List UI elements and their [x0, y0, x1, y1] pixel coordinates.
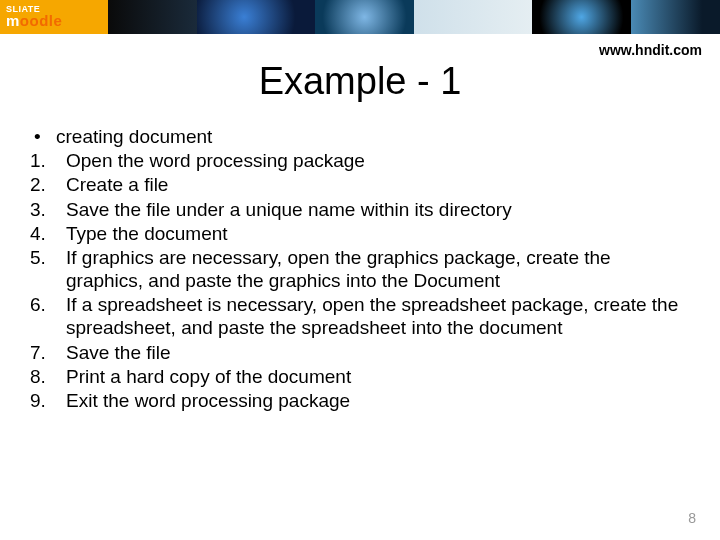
list-item: 9. Exit the word processing package	[28, 389, 692, 412]
list-item: 4. Type the document	[28, 222, 692, 245]
list-text: Save the file	[66, 341, 692, 364]
top-banner: SLIATE moodle	[0, 0, 720, 34]
logo-main-white: m	[6, 12, 20, 29]
list-item: 3. Save the file under a unique name wit…	[28, 198, 692, 221]
list-number: 8.	[28, 365, 66, 388]
banner-logo-text: SLIATE moodle	[6, 5, 62, 28]
banner-segment	[315, 0, 414, 34]
header-url: www.hndit.com	[599, 42, 702, 58]
list-number: 9.	[28, 389, 66, 412]
list-number: 6.	[28, 293, 66, 316]
list-item: 8. Print a hard copy of the document	[28, 365, 692, 388]
banner-segment	[197, 0, 315, 34]
list-number: 3.	[28, 198, 66, 221]
list-number: 2.	[28, 173, 66, 196]
list-number: 1.	[28, 149, 66, 172]
list-number: 5.	[28, 246, 66, 269]
list-text: If graphics are necessary, open the grap…	[66, 246, 692, 292]
slide: SLIATE moodle www.hndit.com Example - 1 …	[0, 0, 720, 540]
list-text: Type the document	[66, 222, 692, 245]
list-text: Open the word processing package	[66, 149, 692, 172]
list-number: 7.	[28, 341, 66, 364]
slide-title: Example - 1	[0, 60, 720, 103]
banner-segment	[414, 0, 532, 34]
bullet-marker: •	[28, 125, 56, 148]
list-text: Print a hard copy of the document	[66, 365, 692, 388]
page-number: 8	[688, 510, 696, 526]
banner-segment	[532, 0, 631, 34]
list-number: 4.	[28, 222, 66, 245]
banner-segment	[108, 0, 197, 34]
list-text: Exit the word processing package	[66, 389, 692, 412]
list-text: If a spreadsheet is necessary, open the …	[66, 293, 692, 339]
slide-content: • creating document 1. Open the word pro…	[0, 103, 720, 412]
list-item: 5. If graphics are necessary, open the g…	[28, 246, 692, 292]
list-text: Create a file	[66, 173, 692, 196]
banner-image-strip	[108, 0, 720, 34]
banner-segment	[631, 0, 720, 34]
list-item: 7. Save the file	[28, 341, 692, 364]
list-item: 2. Create a file	[28, 173, 692, 196]
list-item: 1. Open the word processing package	[28, 149, 692, 172]
list-text: Save the file under a unique name within…	[66, 198, 692, 221]
list-item: 6. If a spreadsheet is necessary, open t…	[28, 293, 692, 339]
bullet-text: creating document	[56, 125, 692, 148]
banner-logo-box: SLIATE moodle	[0, 0, 108, 34]
logo-main-orange: oodle	[20, 12, 63, 29]
bullet-item: • creating document	[28, 125, 692, 148]
